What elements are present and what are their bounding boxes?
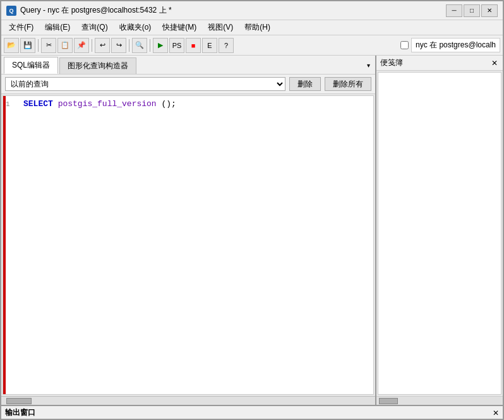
run-ps-button[interactable]: PS: [169, 38, 184, 53]
tab-arrow-icon[interactable]: ▾: [364, 59, 373, 71]
minimize-button[interactable]: ─: [446, 4, 462, 17]
menu-shortcuts[interactable]: 快捷键(M): [157, 21, 201, 34]
menu-edit[interactable]: 编辑(E): [40, 21, 75, 34]
cut-button[interactable]: ✂: [41, 38, 56, 53]
menu-bar: 文件(F) 编辑(E) 查询(Q) 收藏夹(o) 快捷键(M) 视图(V) 帮助…: [1, 20, 503, 35]
copy-button[interactable]: 📋: [57, 38, 73, 53]
close-button[interactable]: ✕: [481, 4, 498, 17]
sql-text[interactable]: SELECT postgis_full_version ();: [21, 99, 371, 110]
explain-button[interactable]: E: [202, 38, 217, 53]
title-bar: Q Query - nyc 在 postgres@localhost:5432 …: [1, 1, 503, 20]
output-area: 输出窗口 ✕ 数据输出 解释 消息 历史 ▾ postgis_full_vers…: [1, 405, 503, 420]
open-button[interactable]: 📂: [4, 38, 19, 53]
undo-button[interactable]: ↩: [95, 38, 110, 53]
notepad-content[interactable]: [378, 72, 501, 395]
toolbar-separator-2: [92, 39, 92, 52]
editor-tabs: SQL编辑器 图形化查询构造器 ▾: [1, 56, 375, 75]
menu-file[interactable]: 文件(F): [4, 21, 39, 34]
window-controls[interactable]: ─ □ ✕: [446, 4, 498, 17]
save-button[interactable]: 💾: [20, 38, 35, 53]
toolbar-separator-3: [129, 39, 129, 52]
main-content: SQL编辑器 图形化查询构造器 ▾ 以前的查询 删除 删除所有 1 SELECT…: [1, 56, 503, 405]
notepad-hscrollbar[interactable]: [376, 396, 503, 405]
stop-button[interactable]: ■: [186, 38, 201, 53]
tab-sql-editor[interactable]: SQL编辑器: [4, 57, 58, 74]
editor-hscrollbar[interactable]: [1, 396, 375, 405]
help-icon-button[interactable]: ?: [219, 38, 234, 53]
notepad-header: 便笺簿 ✕: [376, 56, 503, 71]
notepad-hscrollbar-thumb[interactable]: [379, 398, 398, 404]
toolbar-separator-1: [38, 39, 39, 52]
menu-help[interactable]: 帮助(H): [239, 21, 275, 34]
output-close-button[interactable]: ✕: [493, 409, 499, 417]
toolbar-right: nyc 在 postgres@localh: [400, 38, 500, 52]
paste-button[interactable]: 📌: [74, 38, 89, 53]
right-panel: 便笺簿 ✕: [376, 56, 503, 405]
sql-parens: ();: [161, 99, 176, 109]
connection-label: nyc 在 postgres@localh: [411, 38, 500, 52]
red-marker: [3, 96, 6, 394]
window-title: Query - nyc 在 postgres@localhost:5432 上 …: [20, 5, 172, 16]
maximize-button[interactable]: □: [464, 4, 480, 17]
history-select[interactable]: 以前的查询: [5, 77, 285, 91]
menu-favorites[interactable]: 收藏夹(o): [114, 21, 157, 34]
line-numbers: 1: [6, 99, 10, 110]
output-header: 输出窗口 ✕: [1, 406, 503, 420]
keyword-select: SELECT: [23, 99, 53, 109]
output-title: 输出窗口: [5, 407, 35, 418]
connection-checkbox[interactable]: [400, 41, 409, 49]
redo-button[interactable]: ↪: [111, 38, 126, 53]
menu-query[interactable]: 查询(Q): [76, 21, 112, 34]
notepad-title: 便笺簿: [380, 57, 403, 68]
app-icon: Q: [6, 6, 16, 16]
editor-hscrollbar-thumb[interactable]: [6, 398, 32, 404]
delete-all-button[interactable]: 删除所有: [325, 77, 371, 91]
menu-view[interactable]: 视图(V): [203, 21, 238, 34]
toolbar-separator-4: [150, 39, 150, 52]
delete-button[interactable]: 删除: [289, 77, 321, 91]
tab-graphical-query[interactable]: 图形化查询构造器: [59, 57, 136, 74]
sql-editor[interactable]: 1 SELECT postgis_full_version ();: [3, 95, 374, 395]
search-button[interactable]: 🔍: [132, 38, 147, 53]
notepad-close-button[interactable]: ✕: [490, 59, 499, 68]
left-panel: SQL编辑器 图形化查询构造器 ▾ 以前的查询 删除 删除所有 1 SELECT…: [1, 56, 376, 405]
query-toolbar: 以前的查询 删除 删除所有: [1, 75, 375, 94]
title-bar-left: Q Query - nyc 在 postgres@localhost:5432 …: [6, 5, 172, 16]
main-toolbar: 📂 💾 ✂ 📋 📌 ↩ ↪ 🔍 ▶ PS ■ E ? nyc 在 postgre…: [1, 35, 503, 56]
function-name: postgis_full_version: [58, 99, 157, 109]
run-button[interactable]: ▶: [153, 38, 168, 53]
